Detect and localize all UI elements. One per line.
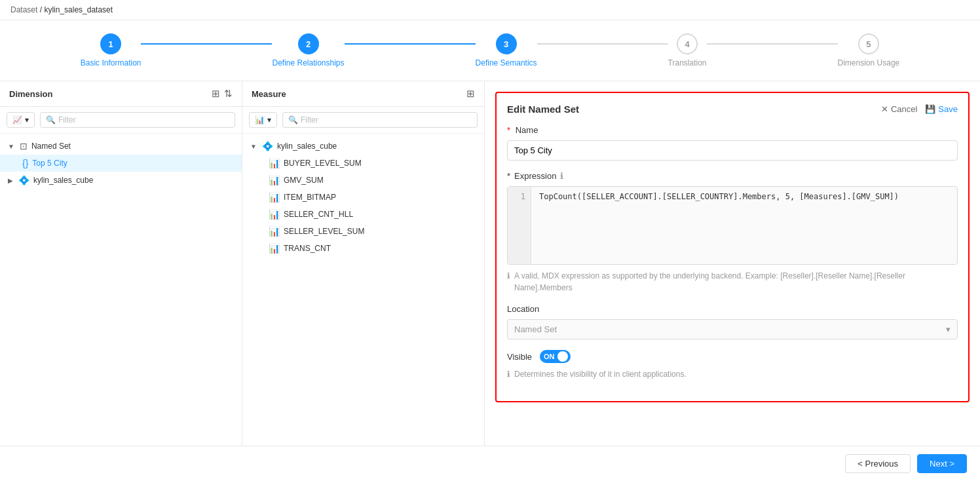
dimension-type-select[interactable]: 📈 ▾ <box>7 112 35 128</box>
step-5-label: Dimension Usage <box>838 58 900 67</box>
measure-tree: ▼ 💠 kylin_sales_cube 📊 BUYER_LEVEL_SUM 📊… <box>242 134 484 477</box>
expression-helper: ℹ A valid, MDX expression as supported b… <box>507 270 958 294</box>
measure-bar-icon-5: 📊 <box>269 243 280 254</box>
measure-cube-toggle[interactable]: ▼ <box>250 143 257 150</box>
edit-panel-title: Edit Named Set <box>507 104 579 115</box>
measure-item-label-0: BUYER_LEVEL_SUM <box>284 159 362 168</box>
name-input[interactable] <box>507 140 958 161</box>
name-required-mark: * <box>507 125 510 135</box>
stepper: 1 Basic Information 2 Define Relationshi… <box>0 20 980 81</box>
next-button[interactable]: Next > <box>917 454 967 473</box>
toggle-on-text: ON <box>544 353 555 360</box>
visible-helper: ℹ Determines the visibility of it in cli… <box>507 368 958 380</box>
measure-bar-icon-4: 📊 <box>269 226 280 237</box>
named-set-toggle[interactable]: ▼ <box>8 143 14 150</box>
expression-label-row: * Expression ℹ <box>507 171 958 181</box>
measure-item-label-5: TRANS_CNT <box>284 244 331 253</box>
line-1: 1 <box>513 192 525 201</box>
dimension-sort-icon[interactable]: ⇅ <box>224 88 233 100</box>
location-value: Named Set <box>514 324 557 334</box>
dimension-search-icon: 🔍 <box>46 115 56 125</box>
edit-panel-wrapper: Edit Named Set ✕ Cancel 💾 Save * Name <box>485 81 980 477</box>
step-line-2-3 <box>345 43 476 45</box>
step-4-circle: 4 <box>677 33 698 54</box>
measure-cube-parent[interactable]: ▼ 💠 kylin_sales_cube <box>242 138 484 155</box>
step-line-4-5 <box>707 43 838 45</box>
step-4[interactable]: 4 Translation <box>668 33 707 67</box>
edit-panel-header: Edit Named Set ✕ Cancel 💾 Save <box>507 104 958 115</box>
named-set-top5city-item[interactable]: {} Top 5 City <box>0 155 242 172</box>
measure-item-5[interactable]: 📊 TRANS_CNT <box>242 240 484 257</box>
bar-chart-icon: 📊 <box>255 115 265 125</box>
previous-button[interactable]: < Previous <box>845 454 911 473</box>
breadcrumb-current: kylin_sales_dataset <box>44 5 113 14</box>
dimension-panel-header: Dimension ⊞ ⇅ <box>0 81 242 107</box>
measure-bar-icon-3: 📊 <box>269 209 280 220</box>
dimension-table-icon[interactable]: ⊞ <box>212 88 220 100</box>
visible-helper-text: Determines the visibility of it in clien… <box>514 368 687 380</box>
cube-icon: 💠 <box>18 175 29 185</box>
cancel-label: Cancel <box>891 104 917 114</box>
save-button[interactable]: 💾 Save <box>925 104 958 114</box>
step-5[interactable]: 5 Dimension Usage <box>838 33 900 67</box>
visible-toggle[interactable]: ON <box>540 350 571 363</box>
dimension-filter-row: 📈 ▾ 🔍 <box>0 107 242 134</box>
breadcrumb-parent[interactable]: Dataset <box>10 5 37 14</box>
toggle-circle <box>557 351 568 362</box>
step-3-label: Define Semantics <box>476 58 537 67</box>
step-line-1-2 <box>141 43 272 45</box>
measure-item-3[interactable]: 📊 SELLER_CNT_HLL <box>242 206 484 223</box>
location-chevron-icon: ▾ <box>946 324 951 334</box>
step-2-circle: 2 <box>298 33 319 54</box>
measure-item-0[interactable]: 📊 BUYER_LEVEL_SUM <box>242 155 484 172</box>
measure-panel-title: Measure <box>252 89 286 99</box>
expression-required-mark: * <box>507 171 510 181</box>
visible-field-group: Visible ON ℹ Determines the visibility o… <box>507 350 958 380</box>
visible-info-icon: ℹ <box>507 368 510 380</box>
named-set-parent[interactable]: ▼ ⊡ Named Set <box>0 138 242 155</box>
expression-info-icon[interactable]: ℹ <box>560 171 563 181</box>
step-1[interactable]: 1 Basic Information <box>81 33 141 67</box>
step-line-3-4 <box>537 43 668 45</box>
measure-panel-header: Measure ⊞ <box>242 81 484 107</box>
step-2-label: Define Relationships <box>272 58 344 67</box>
measure-filter-input-wrapper: 🔍 <box>282 112 478 128</box>
measure-filter-input[interactable] <box>301 115 472 125</box>
expression-label-text: Expression <box>514 171 556 181</box>
measure-bar-icon-0: 📊 <box>269 158 280 168</box>
edit-panel-actions: ✕ Cancel 💾 Save <box>881 104 958 114</box>
measure-item-2[interactable]: 📊 ITEM_BITMAP <box>242 189 484 206</box>
named-set-label: Named Set <box>31 142 71 151</box>
location-select[interactable]: Named Set ▾ <box>507 319 958 339</box>
name-field-label: * Name <box>507 125 958 135</box>
name-label-text: Name <box>516 125 538 135</box>
measure-panel: Measure ⊞ 📊 ▾ 🔍 ▼ 💠 kylin_sales_cube <box>242 81 485 477</box>
measure-table-icon[interactable]: ⊞ <box>466 88 475 100</box>
measure-type-select[interactable]: 📊 ▾ <box>249 112 277 128</box>
chart-icon: 📈 <box>12 115 22 125</box>
step-3[interactable]: 3 Define Semantics <box>476 33 537 67</box>
dimension-panel: Dimension ⊞ ⇅ 📈 ▾ 🔍 ▼ ⊡ Named Set <box>0 81 242 477</box>
measure-item-1[interactable]: 📊 GMV_SUM <box>242 172 484 189</box>
type-dropdown-arrow: ▾ <box>25 115 29 125</box>
cube-label: kylin_sales_cube <box>33 176 93 185</box>
step-1-circle: 1 <box>100 33 121 54</box>
save-icon: 💾 <box>925 104 935 114</box>
helper-text-content: A valid, MDX expression as supported by … <box>514 270 958 294</box>
dimension-filter-input-wrapper: 🔍 <box>40 112 235 128</box>
step-2[interactable]: 2 Define Relationships <box>272 33 344 67</box>
dimension-cube-item[interactable]: ▶ 💠 kylin_sales_cube <box>0 172 242 189</box>
measure-item-4[interactable]: 📊 SELLER_LEVEL_SUM <box>242 223 484 240</box>
step-3-circle: 3 <box>496 33 517 54</box>
save-label: Save <box>938 104 958 114</box>
expression-code[interactable]: TopCount([SELLER_ACCOUNT].[SELLER_COUNTR… <box>531 187 957 264</box>
dimension-panel-icons: ⊞ ⇅ <box>212 88 233 100</box>
dimension-filter-input[interactable] <box>58 115 229 125</box>
cube-toggle[interactable]: ▶ <box>8 177 13 184</box>
expression-editor[interactable]: 1 TopCount([SELLER_ACCOUNT].[SELLER_COUN… <box>507 186 958 265</box>
toggle-row: Visible ON <box>507 350 958 363</box>
measure-bar-icon-2: 📊 <box>269 192 280 202</box>
measure-item-label-4: SELLER_LEVEL_SUM <box>284 227 364 236</box>
main-content: Dimension ⊞ ⇅ 📈 ▾ 🔍 ▼ ⊡ Named Set <box>0 81 980 477</box>
cancel-button[interactable]: ✕ Cancel <box>881 104 917 114</box>
